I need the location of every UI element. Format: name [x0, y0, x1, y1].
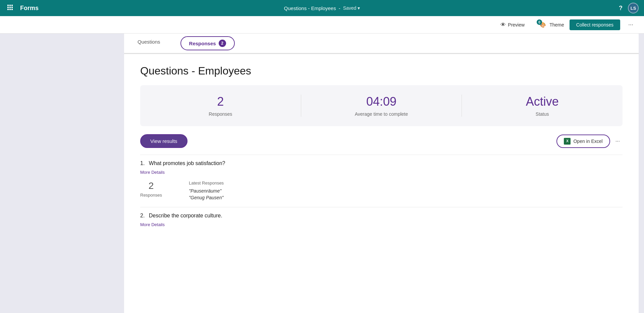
q1-latest-title: Latest Responses — [189, 180, 224, 186]
question-1-number: 1. — [140, 160, 145, 166]
svg-rect-8 — [11, 9, 13, 10]
main-area: Questions Responses 2 Questions - Employ… — [0, 34, 644, 313]
theme-notification-badge: 0 — [537, 19, 542, 25]
question-1-stats: 2 Responses Latest Responses "Pausenräum… — [140, 180, 623, 202]
eye-icon: 👁 — [500, 22, 506, 28]
avg-time-stat-value: 04:09 — [308, 95, 455, 109]
stat-responses: 2 Responses — [140, 95, 301, 117]
form-nav-title: Questions - Employees — [284, 5, 336, 11]
svg-rect-5 — [11, 7, 13, 8]
tab-responses[interactable]: Responses 2 — [180, 36, 235, 50]
responses-stat-label: Responses — [147, 111, 294, 117]
q1-latest-responses: Latest Responses "Pausenräume" "Genug Pa… — [189, 180, 224, 202]
app-brand: Forms — [20, 5, 39, 12]
form-title: Questions - Employees — [124, 54, 639, 85]
excel-icon: X — [564, 138, 571, 145]
svg-rect-4 — [9, 7, 11, 8]
question-2: 2. Describe the corporate culture. More … — [140, 207, 623, 233]
secondary-toolbar: 👁 Preview 0 🎨 Theme Collect responses ··… — [0, 16, 644, 34]
tabs-bar: Questions Responses 2 — [124, 34, 639, 54]
bottom-spacer — [124, 233, 639, 246]
responses-stat-value: 2 — [147, 95, 294, 109]
notification-count: 0 — [538, 20, 540, 24]
help-icon[interactable]: ? — [619, 5, 623, 12]
theme-button[interactable]: 0 🎨 Theme — [534, 21, 564, 28]
nav-separator: - — [339, 5, 340, 11]
view-results-button[interactable]: View results — [140, 134, 187, 148]
stat-status: Active Status — [462, 95, 623, 117]
questions-tab-label: Questions — [138, 39, 160, 45]
responses-tab-label: Responses — [189, 41, 216, 46]
question-2-number: 2. — [140, 213, 145, 218]
excel-more-icon[interactable]: ··· — [613, 137, 623, 146]
nav-center-title: Questions - Employees - Saved ▾ — [284, 5, 360, 11]
svg-rect-6 — [7, 9, 9, 10]
toolbar-more-icon[interactable]: ··· — [626, 20, 636, 30]
q1-latest-item-1: "Pausenräume" — [189, 188, 224, 194]
svg-rect-1 — [9, 5, 11, 6]
svg-rect-0 — [7, 5, 9, 6]
question-2-text: Describe the corporate culture. — [149, 213, 222, 218]
user-avatar[interactable]: LS — [628, 3, 639, 13]
status-stat-value: Active — [469, 95, 616, 109]
excel-btn-label: Open in Excel — [573, 139, 602, 144]
question-1-text: What promotes job satisfaction? — [149, 160, 225, 166]
right-sidebar — [639, 34, 644, 313]
nav-right-actions: ? LS — [619, 3, 639, 13]
question-2-title: 2. Describe the corporate culture. — [140, 213, 623, 219]
stats-card: 2 Responses 04:09 Average time to comple… — [140, 85, 623, 126]
theme-label: Theme — [549, 22, 564, 28]
saved-indicator: Saved ▾ — [343, 5, 360, 11]
question-1: 1. What promotes job satisfaction? More … — [140, 155, 623, 207]
content-panel: Questions Responses 2 Questions - Employ… — [124, 34, 639, 313]
chevron-down-icon[interactable]: ▾ — [358, 5, 360, 11]
tab-questions[interactable]: Questions — [124, 34, 174, 53]
action-row: View results X Open in Excel ··· — [140, 134, 623, 148]
apps-grid-icon[interactable] — [5, 3, 16, 13]
avg-time-stat-label: Average time to complete — [308, 111, 455, 117]
preview-button[interactable]: 👁 Preview — [496, 20, 529, 30]
top-navigation: Forms Questions - Employees - Saved ▾ ? … — [0, 0, 644, 16]
question-1-more-details[interactable]: More Details — [140, 170, 165, 175]
q1-response-label: Responses — [140, 193, 162, 198]
question-1-title: 1. What promotes job satisfaction? — [140, 160, 623, 166]
q1-latest-item-2: "Genug Pausen" — [189, 195, 224, 200]
status-stat-label: Status — [469, 111, 616, 117]
svg-rect-3 — [7, 7, 9, 8]
preview-label: Preview — [508, 22, 525, 28]
collect-responses-button[interactable]: Collect responses — [570, 19, 620, 30]
question-2-more-details[interactable]: More Details — [140, 222, 165, 227]
svg-rect-7 — [9, 9, 11, 10]
q1-response-count: 2 — [140, 180, 162, 191]
left-sidebar — [0, 34, 124, 313]
q1-responses-stat: 2 Responses — [140, 180, 162, 202]
svg-rect-2 — [11, 5, 13, 6]
stat-avg-time: 04:09 Average time to complete — [301, 95, 462, 117]
responses-count-badge: 2 — [219, 40, 226, 47]
open-in-excel-button[interactable]: X Open in Excel — [556, 135, 610, 148]
saved-label: Saved — [343, 5, 357, 11]
